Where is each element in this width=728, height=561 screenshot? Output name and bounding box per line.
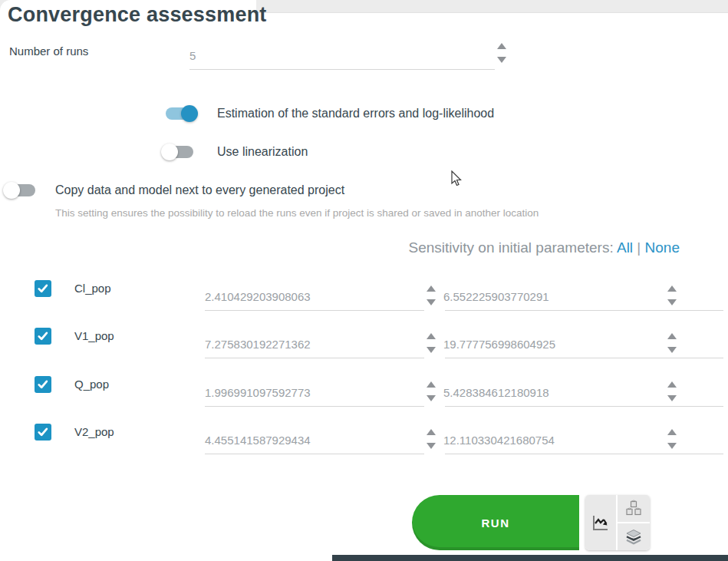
max-value-input[interactable]: 6.552225903770291 [443, 290, 549, 303]
standard-errors-toggle[interactable] [161, 105, 198, 122]
chart-line-button[interactable] [585, 495, 616, 550]
parameter-row: Q_pop 1.996991097592773 5.42838461218091… [0, 376, 728, 422]
increment-button[interactable] [497, 43, 506, 49]
input-underline [445, 310, 723, 311]
use-linearization-toggle[interactable] [161, 144, 198, 160]
max-value-stepper [667, 429, 677, 449]
max-value-input[interactable]: 12.110330421680754 [443, 434, 555, 447]
mouse-cursor-icon [451, 170, 463, 190]
sensitivity-none-link[interactable]: None [645, 239, 680, 256]
input-underline [445, 358, 723, 358]
number-of-runs-label: Number of runs [9, 45, 88, 58]
page-title: Convergence assessment [8, 3, 267, 27]
min-value-stepper [426, 429, 436, 449]
max-value-stepper [667, 285, 677, 305]
sensitivity-all-link[interactable]: All [617, 239, 633, 256]
min-value-stepper [426, 381, 436, 401]
parameter-row: Cl_pop 2.410429203908063 6.5522259037702… [0, 280, 728, 326]
min-value-input[interactable]: 1.996991097592773 [205, 386, 311, 399]
decrement-button[interactable] [667, 299, 677, 305]
copy-data-label: Copy data and model next to every genera… [55, 183, 344, 197]
parameter-row: V1_pop 7.275830192271362 19.777756998604… [0, 328, 728, 374]
result-icons-panel [585, 495, 650, 550]
layers-icon [624, 528, 643, 546]
sensitivity-separator: | [637, 239, 641, 256]
toggle-knob [181, 105, 198, 122]
convergence-assessment-panel: Convergence assessment Number of runs 5 … [0, 0, 728, 561]
copy-data-help-text: This setting ensures the possibility to … [55, 207, 539, 219]
number-of-runs-stepper [496, 43, 507, 63]
cubes-button[interactable] [618, 495, 650, 522]
decrement-button[interactable] [667, 395, 677, 401]
standard-errors-label: Estimation of the standard errors and lo… [217, 107, 494, 120]
cubes-icon [624, 500, 643, 518]
parameter-name: Cl_pop [74, 282, 111, 295]
decrement-button[interactable] [667, 443, 677, 449]
max-value-stepper [667, 333, 677, 353]
max-value-input[interactable]: 5.428384612180918 [443, 386, 549, 399]
input-underline [205, 310, 424, 311]
max-value-input[interactable]: 19.777756998604925 [443, 338, 555, 351]
increment-button[interactable] [667, 285, 677, 292]
decrement-button[interactable] [427, 347, 436, 353]
parameter-row: V2_pop 4.455141587929434 12.110330421680… [0, 424, 728, 470]
decrement-button[interactable] [667, 347, 677, 353]
input-underline [205, 406, 424, 407]
toggle-knob [161, 144, 178, 160]
min-value-stepper [426, 333, 436, 353]
number-of-runs-underline [189, 69, 495, 70]
decrement-button[interactable] [427, 299, 436, 305]
max-value-stepper [667, 381, 677, 401]
parameter-checkbox[interactable] [35, 280, 51, 297]
input-underline [205, 454, 424, 454]
min-value-input[interactable]: 4.455141587929434 [205, 434, 311, 447]
input-underline [205, 358, 424, 358]
increment-button[interactable] [427, 381, 436, 388]
parameter-name: Q_pop [74, 378, 109, 391]
increment-button[interactable] [427, 429, 436, 435]
chart-line-icon [591, 513, 610, 532]
parameter-name: V2_pop [74, 425, 114, 438]
background-app-bar [332, 555, 728, 561]
parameter-name: V1_pop [74, 329, 114, 342]
run-button[interactable]: RUN [412, 495, 579, 550]
sensitivity-row: Sensitivity on initial parameters: All |… [0, 239, 680, 256]
parameter-checkbox[interactable] [35, 376, 51, 393]
min-value-input[interactable]: 2.410429203908063 [205, 290, 311, 303]
parameter-checkbox[interactable] [35, 328, 51, 345]
increment-button[interactable] [667, 429, 677, 435]
increment-button[interactable] [427, 285, 436, 292]
input-underline [445, 406, 723, 407]
sensitivity-label: Sensitivity on initial parameters: [409, 239, 614, 256]
increment-button[interactable] [427, 333, 436, 339]
decrement-button[interactable] [427, 443, 436, 449]
input-underline [445, 454, 723, 454]
increment-button[interactable] [667, 333, 677, 339]
copy-data-toggle[interactable] [3, 182, 40, 199]
toggle-knob [3, 182, 20, 199]
use-linearization-label: Use linearization [217, 145, 308, 159]
decrement-button[interactable] [427, 395, 436, 401]
min-value-stepper [426, 285, 436, 305]
decrement-button[interactable] [497, 57, 506, 63]
parameter-checkbox[interactable] [35, 424, 51, 441]
layers-button[interactable] [618, 523, 650, 550]
min-value-input[interactable]: 7.275830192271362 [205, 338, 311, 351]
number-of-runs-input[interactable]: 5 [189, 49, 196, 62]
increment-button[interactable] [667, 381, 677, 388]
